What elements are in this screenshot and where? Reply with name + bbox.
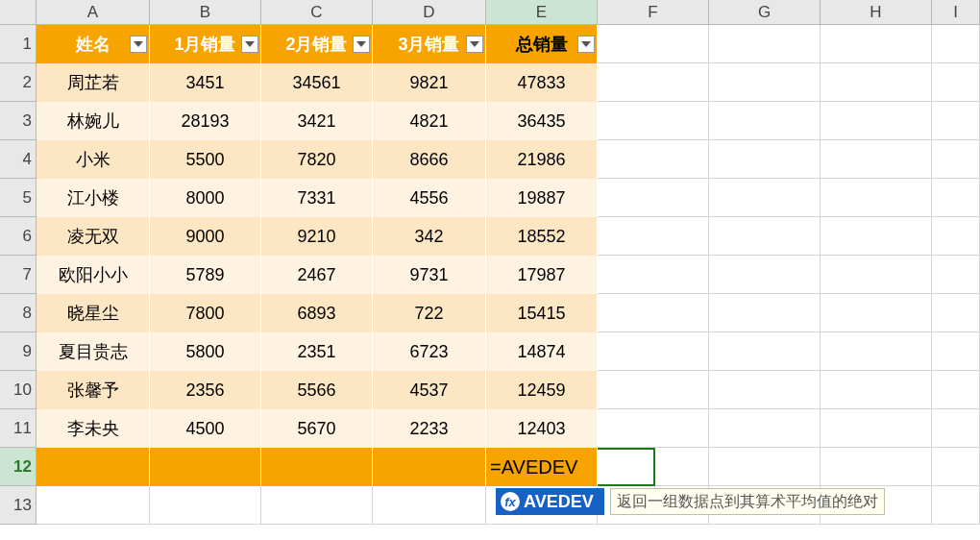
cell-C11[interactable]: 5670 [261, 409, 373, 448]
cell-D5[interactable]: 4556 [373, 179, 486, 217]
cell-F5[interactable] [598, 179, 709, 217]
row-header-12[interactable]: 12 [0, 448, 37, 486]
row-header-6[interactable]: 6 [0, 217, 37, 256]
cell-B6[interactable]: 9000 [150, 217, 261, 256]
row-header-9[interactable]: 9 [0, 332, 37, 371]
cell-A12[interactable] [37, 448, 150, 486]
cell-G9[interactable] [709, 332, 821, 371]
cell-H3[interactable] [821, 102, 932, 140]
cell-F8[interactable] [598, 294, 709, 332]
cell-E6[interactable]: 18552 [486, 217, 598, 256]
cell-B13[interactable] [150, 486, 261, 525]
cell-G3[interactable] [709, 102, 821, 140]
cell-C2[interactable]: 34561 [261, 63, 373, 102]
cell-H11[interactable] [821, 409, 932, 448]
cell-B8[interactable]: 7800 [150, 294, 261, 332]
cell-A13[interactable] [37, 486, 150, 525]
cell-I11[interactable] [932, 409, 980, 448]
cell-G7[interactable] [709, 256, 821, 294]
row-header-5[interactable]: 5 [0, 179, 37, 217]
cell-E7[interactable]: 17987 [486, 256, 598, 294]
col-header-C[interactable]: C [261, 0, 373, 25]
cell-E2[interactable]: 47833 [486, 63, 598, 102]
select-all-corner[interactable] [0, 0, 37, 25]
cell-E5[interactable]: 19887 [486, 179, 598, 217]
col-header-B[interactable]: B [150, 0, 261, 25]
cell-G4[interactable] [709, 140, 821, 179]
cell-F1[interactable] [598, 25, 709, 63]
cell-D4[interactable]: 8666 [373, 140, 486, 179]
col-header-G[interactable]: G [709, 0, 821, 25]
cell-I1[interactable] [932, 25, 980, 63]
cell-C10[interactable]: 5566 [261, 371, 373, 409]
cell-A9[interactable]: 夏目贵志 [37, 332, 150, 371]
cell-G10[interactable] [709, 371, 821, 409]
cell-I2[interactable] [932, 63, 980, 102]
col-header-E[interactable]: E [486, 0, 598, 25]
cell-F6[interactable] [598, 217, 709, 256]
col-header-I[interactable]: I [932, 0, 980, 25]
cell-E8[interactable]: 15415 [486, 294, 598, 332]
cell-D10[interactable]: 4537 [373, 371, 486, 409]
cell-H1[interactable] [821, 25, 932, 63]
formula-autocomplete[interactable]: fx AVEDEV 返回一组数据点到其算术平均值的绝对 [496, 488, 885, 515]
cell-F11[interactable] [598, 409, 709, 448]
cell-E12[interactable]: =AVEDEV [486, 448, 598, 486]
cell-G8[interactable] [709, 294, 821, 332]
th-m2[interactable]: 2月销量 [261, 25, 373, 63]
cell-I4[interactable] [932, 140, 980, 179]
cell-B3[interactable]: 28193 [150, 102, 261, 140]
cell-G11[interactable] [709, 409, 821, 448]
cell-D6[interactable]: 342 [373, 217, 486, 256]
cell-I10[interactable] [932, 371, 980, 409]
filter-button-m2[interactable] [353, 36, 370, 53]
cell-H4[interactable] [821, 140, 932, 179]
cell-F12[interactable] [598, 448, 709, 486]
cell-C6[interactable]: 9210 [261, 217, 373, 256]
cell-E10[interactable]: 12459 [486, 371, 598, 409]
row-header-11[interactable]: 11 [0, 409, 37, 448]
cell-H2[interactable] [821, 63, 932, 102]
row-header-4[interactable]: 4 [0, 140, 37, 179]
cell-A6[interactable]: 凌无双 [37, 217, 150, 256]
cell-H7[interactable] [821, 256, 932, 294]
row-header-3[interactable]: 3 [0, 102, 37, 140]
cell-B5[interactable]: 8000 [150, 179, 261, 217]
cell-B9[interactable]: 5800 [150, 332, 261, 371]
cell-B11[interactable]: 4500 [150, 409, 261, 448]
filter-button-m3[interactable] [466, 36, 483, 53]
cell-D11[interactable]: 2233 [373, 409, 486, 448]
cell-F7[interactable] [598, 256, 709, 294]
th-total[interactable]: 总销量 [486, 25, 598, 63]
row-header-8[interactable]: 8 [0, 294, 37, 332]
cell-F4[interactable] [598, 140, 709, 179]
cell-H12[interactable] [821, 448, 932, 486]
cell-F10[interactable] [598, 371, 709, 409]
row-header-10[interactable]: 10 [0, 371, 37, 409]
cell-D9[interactable]: 6723 [373, 332, 486, 371]
row-header-1[interactable]: 1 [0, 25, 37, 63]
suggest-item-avedev[interactable]: fx AVEDEV [496, 488, 604, 515]
row-header-13[interactable]: 13 [0, 486, 37, 525]
filter-button-m1[interactable] [241, 36, 258, 53]
cell-I3[interactable] [932, 102, 980, 140]
cell-I9[interactable] [932, 332, 980, 371]
cell-I12[interactable] [932, 448, 980, 486]
filter-button-name[interactable] [130, 36, 147, 53]
cell-B4[interactable]: 5500 [150, 140, 261, 179]
cell-C9[interactable]: 2351 [261, 332, 373, 371]
cell-F2[interactable] [598, 63, 709, 102]
cell-H9[interactable] [821, 332, 932, 371]
cell-I6[interactable] [932, 217, 980, 256]
cell-F9[interactable] [598, 332, 709, 371]
cell-D2[interactable]: 9821 [373, 63, 486, 102]
cell-H8[interactable] [821, 294, 932, 332]
cell-B2[interactable]: 3451 [150, 63, 261, 102]
cell-D8[interactable]: 722 [373, 294, 486, 332]
cell-C4[interactable]: 7820 [261, 140, 373, 179]
cell-D7[interactable]: 9731 [373, 256, 486, 294]
th-m3[interactable]: 3月销量 [373, 25, 486, 63]
cell-B10[interactable]: 2356 [150, 371, 261, 409]
cell-I7[interactable] [932, 256, 980, 294]
cell-D12[interactable] [373, 448, 486, 486]
